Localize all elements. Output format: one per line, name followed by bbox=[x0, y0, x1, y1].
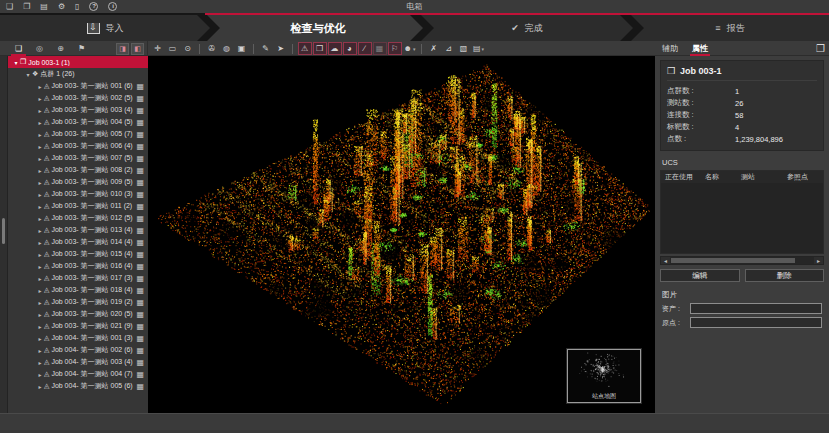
chart-button[interactable]: ⊿ bbox=[442, 42, 456, 55]
station-thumbnail-icon[interactable]: ▦ bbox=[136, 274, 144, 283]
station-thumbnail-icon[interactable]: ▦ bbox=[136, 238, 144, 247]
tree-station-row[interactable]: ▸◬Job 003- 第一测站 014 (4)▦ bbox=[8, 236, 148, 248]
station-thumbnail-icon[interactable]: ▦ bbox=[136, 346, 144, 355]
settings-gear-icon[interactable]: ⚙ bbox=[58, 2, 65, 11]
fence-select-tool[interactable]: ▭ bbox=[166, 42, 180, 55]
info-icon[interactable]: i bbox=[108, 2, 117, 11]
station-thumbnail-icon[interactable]: ▦ bbox=[136, 106, 144, 115]
expander-icon[interactable]: ▸ bbox=[36, 323, 44, 330]
images-toggle[interactable]: ▦ bbox=[373, 42, 387, 55]
alerts-toggle[interactable]: ⚠ bbox=[298, 42, 312, 55]
station-thumbnail-icon[interactable]: ▦ bbox=[136, 142, 144, 151]
delete-button[interactable]: 删除 bbox=[745, 269, 825, 282]
tab-links[interactable]: ◎ bbox=[29, 41, 50, 56]
expander-icon[interactable]: ▸ bbox=[36, 371, 44, 378]
pan-tool[interactable]: ✛ bbox=[151, 42, 165, 55]
setups-toggle[interactable]: ◕ bbox=[343, 42, 357, 55]
zoom-area-tool[interactable]: ⊙ bbox=[181, 42, 195, 55]
tree-station-row[interactable]: ▸◬Job 003- 第一测站 018 (4)▦ bbox=[8, 284, 148, 296]
workflow-step-4[interactable]: ≡报告 bbox=[631, 15, 829, 41]
station-thumbnail-icon[interactable]: ▦ bbox=[136, 130, 144, 139]
expander-icon[interactable]: ▸ bbox=[36, 119, 44, 126]
tree-station-row[interactable]: ▸◬Job 004- 第一测站 004 (7)▦ bbox=[8, 368, 148, 380]
tree-station-row[interactable]: ▸◬Job 004- 第一测站 005 (6)▦ bbox=[8, 380, 148, 392]
station-thumbnail-icon[interactable]: ▦ bbox=[136, 118, 144, 127]
tree-station-row[interactable]: ▸◬Job 003- 第一测站 020 (5)▦ bbox=[8, 308, 148, 320]
tab-assist[interactable]: 辅助 bbox=[655, 41, 685, 56]
tree-station-row[interactable]: ▸◬Job 003- 第一测站 016 (4)▦ bbox=[8, 260, 148, 272]
tree-station-row[interactable]: ▸◬Job 003- 第一测站 009 (5)▦ bbox=[8, 176, 148, 188]
tree-station-row[interactable]: ▸◬Job 003- 第一测站 017 (3)▦ bbox=[8, 272, 148, 284]
station-thumbnail-icon[interactable]: ▦ bbox=[136, 202, 144, 211]
expander-icon[interactable]: ▸ bbox=[36, 191, 44, 198]
expander-icon[interactable]: ▸ bbox=[36, 179, 44, 186]
tree-station-row[interactable]: ▸◬Job 003- 第一测站 008 (2)▦ bbox=[8, 164, 148, 176]
expander-icon[interactable]: ▸ bbox=[36, 83, 44, 90]
workflow-step-2[interactable]: 检查与优化 bbox=[207, 15, 423, 41]
station-thumbnail-icon[interactable]: ▦ bbox=[136, 82, 144, 91]
tree-station-row[interactable]: ▸◬Job 004- 第一测站 002 (6)▦ bbox=[8, 344, 148, 356]
tree-group-pointcloud[interactable]: ▾❖点群 1 (26) bbox=[8, 68, 148, 80]
tab-properties[interactable]: 属性 bbox=[685, 41, 715, 56]
tree-station-row[interactable]: ▸◬Job 003- 第一测站 015 (4)▦ bbox=[8, 248, 148, 260]
workflow-step-1[interactable]: ⇩导入 bbox=[0, 15, 210, 41]
tree-station-row[interactable]: ▸◬Job 003- 第一测站 001 (6)▦ bbox=[8, 80, 148, 92]
tab-map[interactable]: ⊕ bbox=[50, 41, 71, 56]
expander-icon[interactable]: ▾ bbox=[12, 59, 20, 66]
station-thumbnail-icon[interactable]: ▦ bbox=[136, 214, 144, 223]
expander-icon[interactable]: ▸ bbox=[36, 155, 44, 162]
tree-station-row[interactable]: ▸◬Job 003- 第一测站 002 (5)▦ bbox=[8, 92, 148, 104]
pano-view-button[interactable]: ◍ bbox=[220, 42, 234, 55]
station-thumbnail-icon[interactable]: ▦ bbox=[136, 298, 144, 307]
geotags-toggle[interactable]: ⚐ bbox=[388, 42, 402, 55]
expander-icon[interactable]: ▸ bbox=[36, 167, 44, 174]
station-thumbnail-icon[interactable]: ▦ bbox=[136, 334, 144, 343]
scrollbar-track[interactable] bbox=[670, 257, 814, 264]
station-thumbnail-icon[interactable]: ▦ bbox=[136, 262, 144, 271]
expander-icon[interactable]: ▸ bbox=[36, 215, 44, 222]
expander-icon[interactable]: ▸ bbox=[36, 203, 44, 210]
tab-project-tree[interactable]: ❏ bbox=[8, 41, 29, 56]
expander-icon[interactable]: ▸ bbox=[36, 239, 44, 246]
cloud-toggle[interactable]: ☁ bbox=[328, 42, 342, 55]
ortho-view-button[interactable]: ▣ bbox=[235, 42, 249, 55]
station-thumbnail-icon[interactable]: ▦ bbox=[136, 322, 144, 331]
open-project-icon[interactable]: ❏ bbox=[6, 2, 13, 11]
tab-marks[interactable]: ⚑ bbox=[71, 41, 92, 56]
expander-icon[interactable]: ▸ bbox=[36, 299, 44, 306]
expander-icon[interactable]: ▸ bbox=[36, 287, 44, 294]
tree-station-row[interactable]: ▸◬Job 003- 第一测站 005 (7)▦ bbox=[8, 128, 148, 140]
camera-view-button[interactable]: ✇ bbox=[205, 42, 219, 55]
ucs-horizontal-scrollbar[interactable]: ◂ ▸ bbox=[660, 256, 824, 265]
storage-icon[interactable]: ▤ bbox=[40, 2, 48, 11]
expander-icon[interactable]: ▸ bbox=[36, 335, 44, 342]
filter-button-1[interactable]: ◨ bbox=[116, 43, 129, 55]
layout-windows-button[interactable]: ❐ bbox=[816, 43, 825, 54]
origin-field[interactable] bbox=[690, 317, 822, 328]
expander-icon[interactable]: ▸ bbox=[36, 383, 44, 390]
station-thumbnail-icon[interactable]: ▦ bbox=[136, 94, 144, 103]
tree-station-row[interactable]: ▸◬Job 003- 第一测站 010 (3)▦ bbox=[8, 188, 148, 200]
station-thumbnail-icon[interactable]: ▦ bbox=[136, 250, 144, 259]
expander-icon[interactable]: ▸ bbox=[36, 95, 44, 102]
station-thumbnail-icon[interactable]: ▦ bbox=[136, 166, 144, 175]
tree-station-row[interactable]: ▸◬Job 004- 第一测站 001 (3)▦ bbox=[8, 332, 148, 344]
station-thumbnail-icon[interactable]: ▦ bbox=[136, 286, 144, 295]
tree-station-row[interactable]: ▸◬Job 003- 第一测站 011 (2)▦ bbox=[8, 200, 148, 212]
expander-icon[interactable]: ▸ bbox=[36, 347, 44, 354]
measure-tool[interactable]: ✎ bbox=[259, 42, 273, 55]
asset-field[interactable] bbox=[690, 303, 822, 314]
station-thumbnail-icon[interactable]: ▦ bbox=[136, 370, 144, 379]
tree-root-job[interactable]: ▾❒Job 003-1 (1) bbox=[8, 56, 148, 68]
workflow-step-3[interactable]: ✔完成 bbox=[421, 15, 633, 41]
station-thumbnail-icon[interactable]: ▦ bbox=[136, 190, 144, 199]
scrollbar-thumb[interactable] bbox=[671, 258, 795, 263]
trash-icon[interactable]: ▯ bbox=[75, 2, 79, 11]
expander-icon[interactable]: ▸ bbox=[36, 143, 44, 150]
expander-icon[interactable]: ▾ bbox=[24, 71, 32, 78]
ucs-table-body[interactable] bbox=[661, 183, 823, 253]
tree-station-row[interactable]: ▸◬Job 003- 第一测站 004 (5)▦ bbox=[8, 116, 148, 128]
station-thumbnail-icon[interactable]: ▦ bbox=[136, 178, 144, 187]
expander-icon[interactable]: ▸ bbox=[36, 263, 44, 270]
station-thumbnail-icon[interactable]: ▦ bbox=[136, 310, 144, 319]
